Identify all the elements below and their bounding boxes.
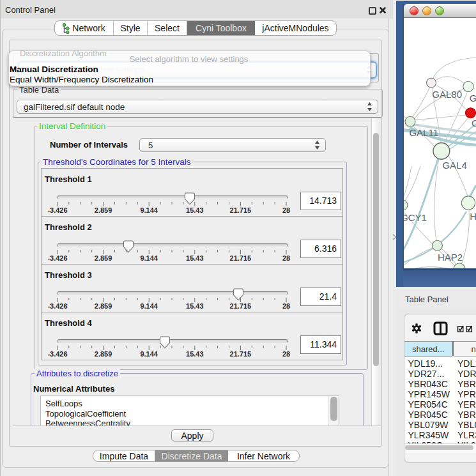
svg-text:GAL4: GAL4 (442, 160, 466, 171)
svg-text:C: C (472, 118, 476, 128)
svg-text:GAL11: GAL11 (409, 127, 438, 138)
svg-text:GAL80: GAL80 (432, 89, 462, 100)
svg-text:H: H (470, 211, 476, 222)
svg-text:HAP2: HAP2 (438, 252, 463, 263)
svg-text:GCY1: GCY1 (404, 212, 427, 223)
svg-text:GAL: GAL (470, 93, 476, 104)
